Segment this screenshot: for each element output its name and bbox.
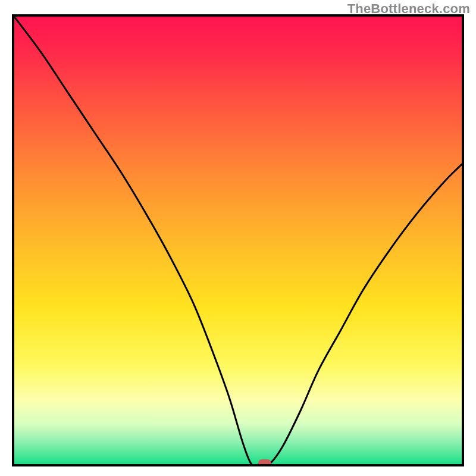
watermark-text: TheBottleneck.com <box>347 1 470 17</box>
optimal-point-marker <box>258 459 271 466</box>
plot-area <box>12 14 464 466</box>
bottleneck-chart: TheBottleneck.com <box>0 0 476 476</box>
bottleneck-curve <box>14 17 462 464</box>
